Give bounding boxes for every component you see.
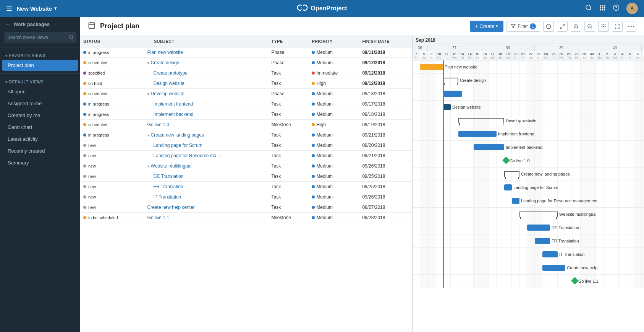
collapse-arrow-icon[interactable]: ▾	[147, 133, 149, 137]
table-row[interactable]: newLanding page for ScrumTaskMedium09/20…	[80, 140, 412, 151]
cell-subject[interactable]: Design website	[144, 78, 269, 89]
gantt-bar[interactable]	[443, 104, 451, 110]
cell-subject[interactable]: Create prototype	[144, 68, 269, 78]
cell-subject[interactable]: Plan new website	[144, 47, 269, 58]
search-input[interactable]	[4, 33, 76, 42]
cell-subject[interactable]: Go live 1.0	[144, 120, 269, 130]
cell-subject[interactable]: Landing page for Scrum	[144, 140, 269, 151]
sidebar-item-latest-activity[interactable]: Latest activity	[2, 133, 78, 145]
table-row[interactable]: scheduledGo live 1.0MilestoneHigh09/19/2…	[80, 120, 412, 130]
table-row[interactable]: newIT TranslationTaskMedium09/26/2018	[80, 192, 412, 202]
filter-button[interactable]: Filter 1	[506, 21, 540, 32]
cell-subject[interactable]: DE Translation	[144, 171, 269, 182]
subject-link[interactable]: Go live 1.0	[147, 122, 169, 127]
sidebar-item-summary[interactable]: Summary	[2, 157, 78, 168]
table-row[interactable]: in progressPlan new websitePhaseMedium09…	[80, 47, 412, 58]
sidebar-back-button[interactable]: ← Work packages	[0, 17, 80, 30]
subject-link[interactable]: Create design	[151, 60, 180, 65]
subject-link[interactable]: Landing page for Scrum	[154, 143, 202, 148]
col-subject[interactable]: SUBJECT	[144, 36, 269, 47]
collapse-favorite-icon[interactable]: ▾	[5, 54, 8, 58]
table-row[interactable]: new▾Website multilingualTaskMedium09/26/…	[80, 161, 412, 171]
subject-link[interactable]: Develop website	[151, 91, 184, 96]
collapse-arrow-icon[interactable]: ▾	[147, 164, 149, 168]
search-icon[interactable]	[585, 4, 592, 13]
gantt-bar[interactable]	[542, 251, 558, 257]
zoom-out-button[interactable]	[584, 21, 595, 32]
table-row[interactable]: in progress▾Create new landing pagesTask…	[80, 130, 412, 140]
cell-subject[interactable]: Create new help center	[144, 202, 269, 213]
subject-link[interactable]: Website multilingual	[151, 163, 192, 169]
gantt-day-cell: 9Su	[428, 51, 435, 60]
sidebar-item-assigned-to-me[interactable]: Assigned to me	[2, 98, 78, 109]
cell-type: Task	[269, 192, 309, 202]
subject-link[interactable]: DE Translation	[154, 174, 184, 179]
sidebar-item-gantt-chart[interactable]: Gantt chart	[2, 122, 78, 133]
gantt-bar[interactable]	[420, 64, 443, 70]
sidebar-item-created-by-me[interactable]: Created by me	[2, 110, 78, 121]
cell-subject[interactable]: FR Translation	[144, 182, 269, 192]
gantt-bar[interactable]	[512, 198, 519, 204]
col-finish-date[interactable]: FINISH DATE	[359, 36, 412, 47]
subject-link[interactable]: Create new landing pages	[151, 132, 204, 138]
cell-subject[interactable]: ▾Create design	[144, 58, 269, 68]
apps-icon[interactable]	[599, 4, 606, 13]
gantt-bar[interactable]	[458, 131, 497, 137]
table-row[interactable]: newCreate new help centerTaskMedium09/27…	[80, 202, 412, 213]
collapse-arrow-icon[interactable]: ▾	[147, 92, 149, 96]
cell-subject[interactable]: Go live 1.1	[144, 213, 269, 223]
gantt-bar[interactable]	[542, 265, 565, 271]
subject-link[interactable]: Landing page for Resource ma...	[154, 153, 220, 158]
table-row[interactable]: newDE TranslationTaskMedium09/25/2018	[80, 171, 412, 182]
view-toggle-button[interactable]	[598, 21, 609, 32]
table-row[interactable]: newLanding page for Resource ma...TaskMe…	[80, 151, 412, 161]
sidebar-item-project-plan[interactable]: Project plan	[2, 60, 78, 71]
table-row[interactable]: scheduled▾Develop websitePhaseMedium09/1…	[80, 89, 412, 99]
gantt-bar[interactable]	[474, 144, 504, 150]
subject-link[interactable]: Implement backend	[154, 112, 194, 117]
table-row[interactable]: to be scheduledGo live 1.1MilestoneMediu…	[80, 213, 412, 223]
cell-subject[interactable]: ▾Develop website	[144, 89, 269, 99]
table-row[interactable]: newFR TranslationTaskMedium09/25/2018	[80, 182, 412, 192]
subject-link[interactable]: Design website	[154, 81, 184, 86]
sidebar-item-recently-created[interactable]: Recently created	[2, 145, 78, 156]
gantt-bar[interactable]	[504, 184, 512, 190]
cell-subject[interactable]: Landing page for Resource ma...	[144, 151, 269, 161]
subject-link[interactable]: Plan new website	[147, 50, 183, 55]
subject-link[interactable]: Implement frontend	[154, 101, 193, 107]
collapse-default-icon[interactable]: ▾	[5, 80, 8, 84]
subject-link[interactable]: Create prototype	[154, 70, 188, 76]
subject-link[interactable]: Create new help center	[147, 205, 195, 210]
subject-link[interactable]: FR Translation	[154, 184, 183, 189]
fullscreen-button[interactable]	[612, 21, 623, 32]
zoom-in-button[interactable]	[571, 21, 581, 32]
gantt-bar[interactable]	[527, 225, 550, 231]
subject-link[interactable]: IT Translation	[154, 194, 181, 200]
cell-subject[interactable]: ▾Create new landing pages	[144, 130, 269, 140]
table-row[interactable]: scheduled▾Create designPhaseMedium09/12/…	[80, 58, 412, 68]
col-type[interactable]: TYPE	[269, 36, 309, 47]
col-priority[interactable]: PRIORITY	[309, 36, 359, 47]
user-avatar[interactable]: A	[626, 3, 638, 14]
create-button[interactable]: + Create ▾	[470, 21, 503, 32]
cell-subject[interactable]: ▾Website multilingual	[144, 161, 269, 171]
info-button[interactable]	[543, 21, 554, 32]
cell-subject[interactable]: IT Translation	[144, 192, 269, 202]
help-icon[interactable]	[613, 4, 620, 13]
table-row[interactable]: specifiedCreate prototypeTaskImmediate09…	[80, 68, 412, 78]
subject-link[interactable]: Go live 1.1	[147, 215, 169, 220]
col-status[interactable]: STATUS	[80, 36, 144, 47]
table-row[interactable]: in progressImplement frontendTaskMedium0…	[80, 99, 412, 109]
hamburger-menu-icon[interactable]: ☰	[6, 4, 12, 13]
expand-button[interactable]	[557, 21, 568, 32]
cell-subject[interactable]: Implement frontend	[144, 99, 269, 109]
cell-subject[interactable]: Implement backend	[144, 109, 269, 120]
table-row[interactable]: on holdDesign websiteTaskHigh09/12/2018	[80, 78, 412, 89]
gantt-bar[interactable]	[443, 91, 462, 97]
sidebar-item-all-open[interactable]: All open	[2, 86, 78, 97]
more-options-button[interactable]: ⋯	[626, 21, 636, 32]
collapse-arrow-icon[interactable]: ▾	[147, 61, 149, 65]
table-row[interactable]: in progressImplement backendTaskMedium09…	[80, 109, 412, 120]
project-name[interactable]: New Website ▾	[17, 5, 57, 12]
gantt-bar[interactable]	[535, 238, 550, 244]
